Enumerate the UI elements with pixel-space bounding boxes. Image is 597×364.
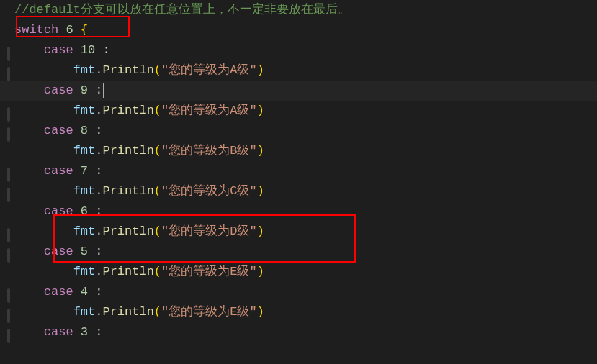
string-literal: "您的等级为D级" <box>161 224 257 238</box>
colon: : <box>95 285 102 299</box>
code-line[interactable]: fmt.Println("您的等级为E级") <box>14 262 597 282</box>
paren-open: ( <box>154 265 161 278</box>
switch-value: 6 <box>66 23 73 37</box>
fold-mark <box>7 107 10 122</box>
paren-open: ( <box>154 144 161 158</box>
string-literal: "您的等级为C级" <box>161 184 257 198</box>
keyword-switch: switch <box>14 23 58 37</box>
code-line[interactable]: case 9 : <box>14 81 597 101</box>
func-println: Println <box>102 265 153 278</box>
colon: : <box>95 204 102 218</box>
paren-close: ) <box>257 224 264 238</box>
keyword-case: case <box>44 164 73 178</box>
text-cursor <box>89 23 89 37</box>
paren-close: ) <box>257 144 264 158</box>
code-line[interactable]: fmt.Println("您的等级为D级") <box>14 222 597 242</box>
code-line[interactable]: fmt.Println("您的等级为C级") <box>14 181 597 201</box>
brace-open: { <box>81 23 88 37</box>
keyword-case: case <box>44 325 73 339</box>
dot: . <box>95 265 102 278</box>
func-println: Println <box>102 305 153 319</box>
paren-open: ( <box>154 63 161 77</box>
code-line[interactable]: fmt.Println("您的等级为A级") <box>14 60 597 81</box>
code-line[interactable]: fmt.Println("您的等级为A级") <box>14 101 597 121</box>
string-literal: "您的等级为A级" <box>161 104 257 117</box>
paren-close: ) <box>257 63 264 77</box>
case-value: 5 <box>81 245 88 258</box>
dot: . <box>95 63 102 77</box>
fold-mark <box>7 47 10 61</box>
colon: : <box>95 164 102 178</box>
code-line[interactable]: case 8 : <box>14 121 597 141</box>
paren-close: ) <box>257 184 264 198</box>
ident-fmt: fmt <box>73 104 96 117</box>
paren-close: ) <box>257 305 264 319</box>
case-value: 3 <box>81 325 88 339</box>
code-line[interactable]: case 4 : <box>14 282 597 302</box>
func-println: Println <box>102 144 153 158</box>
string-literal: "您的等级为B级" <box>161 144 257 158</box>
func-println: Println <box>102 184 153 198</box>
func-println: Println <box>102 104 153 117</box>
code-line[interactable]: fmt.Println("您的等级为E级") <box>14 302 597 322</box>
case-value: 7 <box>81 164 88 178</box>
case-value: 10 <box>81 43 95 57</box>
paren-open: ( <box>154 184 161 198</box>
ident-fmt: fmt <box>73 184 96 198</box>
code-line[interactable]: case 10 : <box>14 40 597 60</box>
string-literal: "您的等级为A级" <box>161 63 257 77</box>
dot: . <box>95 224 102 238</box>
colon: : <box>95 245 102 258</box>
func-println: Println <box>102 63 153 77</box>
keyword-case: case <box>44 245 73 258</box>
text-cursor <box>103 83 104 98</box>
fold-mark <box>7 248 10 263</box>
fold-mark <box>7 228 10 242</box>
ident-fmt: fmt <box>73 224 96 238</box>
code-line[interactable]: case 5 : <box>14 242 597 262</box>
paren-open: ( <box>154 305 161 319</box>
paren-open: ( <box>154 224 161 238</box>
code-line[interactable]: fmt.Println("您的等级为B级") <box>14 141 597 161</box>
fold-mark <box>7 67 10 81</box>
paren-open: ( <box>154 104 161 117</box>
case-value: 8 <box>81 124 88 137</box>
fold-mark <box>7 127 10 142</box>
code-editor[interactable]: //default分支可以放在任意位置上，不一定非要放在最后。 switch 6… <box>0 0 597 342</box>
keyword-case: case <box>44 204 73 218</box>
dot: . <box>95 144 102 158</box>
fold-mark <box>7 188 10 202</box>
dot: . <box>95 104 102 117</box>
fold-mark <box>7 168 10 182</box>
code-line[interactable]: case 7 : <box>14 161 597 181</box>
colon: : <box>95 83 102 97</box>
fold-mark <box>7 309 10 323</box>
fold-mark <box>7 288 10 303</box>
colon: : <box>102 43 109 57</box>
ident-fmt: fmt <box>73 63 96 77</box>
ident-fmt: fmt <box>73 265 96 278</box>
keyword-case: case <box>44 285 73 299</box>
case-value: 4 <box>81 285 88 299</box>
ident-fmt: fmt <box>73 305 96 319</box>
keyword-case: case <box>44 43 73 57</box>
code-line[interactable]: case 3 : <box>14 322 597 342</box>
colon: : <box>95 325 102 339</box>
keyword-case: case <box>44 124 73 137</box>
code-line[interactable]: switch 6 { <box>14 20 597 40</box>
paren-close: ) <box>257 104 264 117</box>
code-line[interactable]: //default分支可以放在任意位置上，不一定非要放在最后。 <box>14 0 597 20</box>
colon: : <box>95 124 102 137</box>
ident-fmt: fmt <box>73 144 96 158</box>
paren-close: ) <box>257 265 264 278</box>
dot: . <box>95 184 102 198</box>
string-literal: "您的等级为E级" <box>161 305 257 319</box>
fold-mark <box>7 329 10 343</box>
string-literal: "您的等级为E级" <box>161 265 257 278</box>
func-println: Println <box>102 224 153 238</box>
case-value: 6 <box>81 204 88 218</box>
code-line[interactable]: case 6 : <box>14 201 597 222</box>
keyword-case: case <box>44 83 73 97</box>
gutter <box>0 0 14 342</box>
case-value: 9 <box>81 83 88 97</box>
